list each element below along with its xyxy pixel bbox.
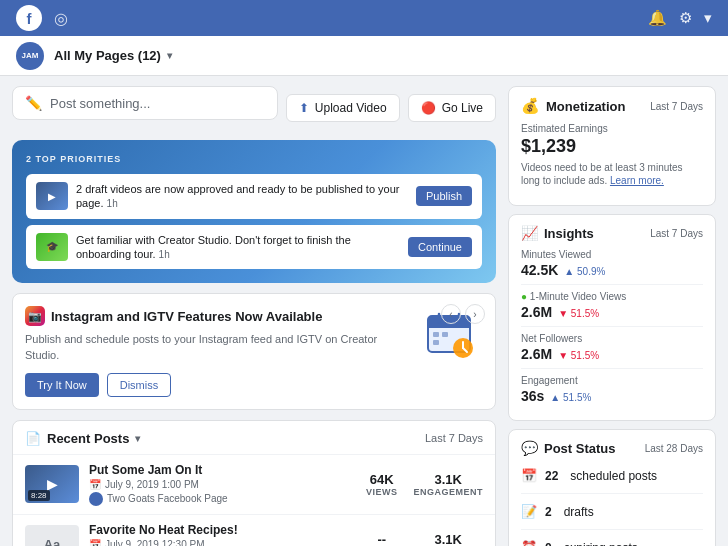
post-title-1: Put Some Jam On It	[89, 463, 356, 477]
priority-thumb-1: ▶	[36, 182, 68, 210]
expiring-icon: ⏰	[521, 540, 537, 546]
video-views-metric: ● 1-Minute Video Views 2.6M ▼ 51.5%	[521, 291, 703, 320]
post-info-1: Put Some Jam On It 📅 July 9, 2019 1:00 P…	[89, 463, 356, 506]
feature-actions: Try It Now Dismiss	[25, 373, 413, 397]
banner-next[interactable]: ›	[465, 304, 485, 324]
sub-nav: JAM All My Pages (12) ▾	[0, 36, 728, 76]
calendar-icon: 📅	[89, 479, 101, 490]
gear-icon[interactable]: ⚙	[679, 9, 692, 27]
instagram-icon[interactable]: ◎	[54, 9, 68, 28]
instagram-feature-icon: 📷	[25, 306, 45, 326]
dismiss-button[interactable]: Dismiss	[107, 373, 172, 397]
feature-desc: Publish and schedule posts to your Insta…	[25, 332, 413, 363]
earnings-label: Estimated Earnings	[521, 123, 703, 134]
views-stat-2: -- VIEWS	[366, 532, 398, 546]
post-thumbnail-1: ▶ 8:28	[25, 465, 79, 503]
insights-header: 📈 Insights Last 7 Days	[521, 225, 703, 241]
insights-widget: 📈 Insights Last 7 Days Minutes Viewed 42…	[508, 214, 716, 421]
svg-rect-7	[433, 340, 439, 345]
avatar: JAM	[16, 42, 44, 70]
post-info-2: Favorite No Heat Recipes! 📅 July 9, 2019…	[89, 523, 356, 546]
drafts-icon: 📝	[521, 504, 537, 519]
recent-posts-card: 📄 Recent Posts ▾ Last 7 Days ▶ 8:28 Put …	[12, 420, 496, 546]
video-duration-1: 8:28	[28, 490, 50, 501]
post-stats-1: 64K VIEWS 3.1K ENGAGEMENT	[366, 472, 483, 497]
menu-icon[interactable]: ▾	[704, 9, 712, 27]
trend-down-icon: ▼ 51.5%	[558, 308, 599, 319]
chart-icon: 📈	[521, 225, 538, 241]
recent-posts-period: Last 7 Days	[425, 432, 483, 444]
engagement-stat-1: 3.1K ENGAGEMENT	[413, 472, 483, 497]
status-item-scheduled: 📅 22 scheduled posts	[521, 464, 703, 487]
svg-rect-5	[433, 332, 439, 337]
upload-icon: ⬆	[299, 101, 309, 115]
go-live-button[interactable]: 🔴 Go Live	[408, 94, 496, 122]
monetization-title: 💰 Monetization	[521, 97, 625, 115]
post-thumbnail-2: Aa	[25, 525, 79, 546]
post-date-1: 📅 July 9, 2019 1:00 PM	[89, 479, 356, 490]
monetization-note: Videos need to be at least 3 minutes lon…	[521, 161, 703, 187]
post-status-title: 💬 Post Status	[521, 440, 616, 456]
page-avatar-1	[89, 492, 103, 506]
banner-prev[interactable]: ‹	[441, 304, 461, 324]
monetization-header: 💰 Monetization Last 7 Days	[521, 97, 703, 115]
net-followers-metric: Net Followers 2.6M ▼ 51.5%	[521, 333, 703, 362]
post-status-period: Last 28 Days	[645, 443, 703, 454]
dot-icon: ●	[521, 291, 527, 302]
recent-posts-title: 📄 Recent Posts ▾	[25, 431, 140, 446]
minutes-viewed-metric: Minutes Viewed 42.5K ▲ 50.9%	[521, 249, 703, 278]
trend-up-icon: ▲ 50.9%	[564, 266, 605, 277]
post-bar[interactable]: ✏️ Post something...	[12, 86, 278, 120]
main-layout: ✏️ Post something... ⬆ Upload Video 🔴 Go…	[0, 76, 728, 546]
calendar-icon: 📅	[89, 539, 101, 546]
learn-more-link[interactable]: Learn more.	[610, 175, 664, 186]
posts-icon: 📄	[25, 431, 41, 446]
bell-icon[interactable]: 🔔	[648, 9, 667, 27]
svg-rect-2	[428, 324, 470, 328]
post-page-1: Two Goats Facebook Page	[89, 492, 356, 506]
priorities-card: 2 TOP PRIORITIES ▶ 2 draft videos are no…	[12, 140, 496, 283]
post-title-2: Favorite No Heat Recipes!	[89, 523, 356, 537]
feature-banner: 📷 Instagram and IGTV Features Now Availa…	[12, 293, 496, 410]
priority-thumb-2: 🎓	[36, 233, 68, 261]
edit-icon: ✏️	[25, 95, 42, 111]
banner-nav: ‹ ›	[441, 304, 485, 324]
engagement-metric: Engagement 36s ▲ 51.5%	[521, 375, 703, 404]
feature-title: 📷 Instagram and IGTV Features Now Availa…	[25, 306, 413, 326]
top-nav-right: 🔔 ⚙ ▾	[648, 9, 712, 27]
earnings-value: $1,239	[521, 136, 703, 157]
post-row: ▶ 8:28 Put Some Jam On It 📅 July 9, 2019…	[13, 455, 495, 515]
views-stat-1: 64K VIEWS	[366, 472, 398, 497]
right-panel: 💰 Monetization Last 7 Days Estimated Ear…	[508, 76, 728, 546]
status-item-expiring: ⏰ 0 expiring posts	[521, 536, 703, 546]
continue-button[interactable]: Continue	[408, 237, 472, 257]
try-it-now-button[interactable]: Try It Now	[25, 373, 99, 397]
live-icon: 🔴	[421, 101, 436, 115]
insights-title: 📈 Insights	[521, 225, 594, 241]
feature-content: 📷 Instagram and IGTV Features Now Availa…	[25, 306, 413, 397]
left-panel: ✏️ Post something... ⬆ Upload Video 🔴 Go…	[0, 76, 508, 546]
insights-period: Last 7 Days	[650, 228, 703, 239]
page-selector[interactable]: All My Pages (12) ▾	[54, 48, 172, 63]
svg-rect-6	[442, 332, 448, 337]
post-status-header: 💬 Post Status Last 28 Days	[521, 440, 703, 456]
chevron-down-icon[interactable]: ▾	[135, 433, 140, 444]
monetization-widget: 💰 Monetization Last 7 Days Estimated Ear…	[508, 86, 716, 206]
priority-item-1: ▶ 2 draft videos are now approved and re…	[26, 174, 482, 219]
chevron-down-icon: ▾	[167, 50, 172, 61]
post-stats-2: -- VIEWS 3.1K ENGAGEMENT	[366, 532, 483, 546]
money-icon: 💰	[521, 97, 540, 115]
facebook-icon[interactable]: f	[16, 5, 42, 31]
trend-up-icon: ▲ 51.5%	[550, 392, 591, 403]
top-nav-left: f ◎	[16, 5, 68, 31]
upload-video-button[interactable]: ⬆ Upload Video	[286, 94, 400, 122]
post-date-2: 📅 July 9, 2019 12:30 PM	[89, 539, 356, 546]
priority-item-2: 🎓 Get familiar with Creator Studio. Don'…	[26, 225, 482, 270]
priority-text-1: 2 draft videos are now approved and read…	[76, 182, 408, 211]
trend-down-icon: ▼ 51.5%	[558, 350, 599, 361]
recent-posts-header: 📄 Recent Posts ▾ Last 7 Days	[13, 421, 495, 455]
post-row: Aa Favorite No Heat Recipes! 📅 July 9, 2…	[13, 515, 495, 546]
publish-button[interactable]: Publish	[416, 186, 472, 206]
engagement-stat-2: 3.1K ENGAGEMENT	[413, 532, 483, 546]
scheduled-icon: 📅	[521, 468, 537, 483]
